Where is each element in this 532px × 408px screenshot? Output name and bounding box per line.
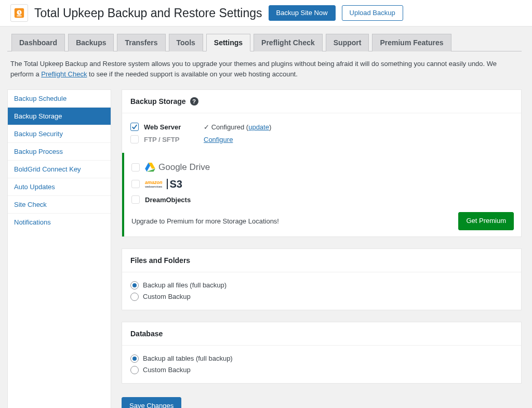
page-title: Total Upkeep Backup and Restore Settings bbox=[34, 6, 262, 20]
ftp-label: FTP / SFTP bbox=[144, 136, 198, 143]
backup-now-button[interactable]: Backup Site Now bbox=[269, 5, 336, 21]
sidebar-item-auto-updates[interactable]: Auto Updates bbox=[8, 178, 111, 196]
s3-checkbox bbox=[131, 180, 140, 188]
dreamobjects-checkbox bbox=[131, 195, 140, 204]
sidebar-item-notifications[interactable]: Notifications bbox=[8, 214, 111, 231]
tab-preflight[interactable]: Preflight Check bbox=[254, 34, 323, 51]
tab-backups[interactable]: Backups bbox=[68, 34, 114, 51]
database-card: Database Backup all tables (full backup)… bbox=[122, 322, 522, 384]
storage-row-ftp: FTP / SFTP Configure bbox=[130, 133, 513, 146]
preflight-link[interactable]: Preflight Check bbox=[41, 70, 87, 78]
tab-support[interactable]: Support bbox=[326, 34, 369, 51]
save-changes-button[interactable]: Save Changes bbox=[122, 397, 181, 408]
sidebar-item-backup-schedule[interactable]: Backup Schedule bbox=[8, 90, 111, 108]
nav-tabs: Dashboard Backups Transfers Tools Settin… bbox=[7, 34, 522, 51]
db-option-full[interactable]: Backup all tables (full backup) bbox=[130, 353, 513, 364]
premium-row-gdrive: Google Drive bbox=[131, 159, 514, 176]
files-option-full[interactable]: Backup all files (full backup) bbox=[130, 280, 513, 291]
files-folders-card: Files and Folders Backup all files (full… bbox=[122, 248, 522, 310]
premium-block: Google Drive amazonwebservices S3 bbox=[122, 153, 521, 236]
google-drive-logo: Google Drive bbox=[145, 162, 210, 173]
gdrive-checkbox bbox=[131, 163, 140, 172]
database-heading: Database bbox=[130, 330, 163, 338]
web-server-update-link[interactable]: update bbox=[248, 123, 269, 131]
settings-sidebar: Backup Schedule Backup Storage Backup Se… bbox=[7, 89, 111, 408]
upload-backup-button[interactable]: Upload Backup bbox=[342, 5, 403, 21]
sidebar-item-connect-key[interactable]: BoldGrid Connect Key bbox=[8, 161, 111, 178]
tab-tools[interactable]: Tools bbox=[169, 34, 203, 51]
db-radio-custom[interactable] bbox=[130, 366, 139, 374]
backup-storage-card: Backup Storage ? Web Server Configured (… bbox=[122, 89, 522, 237]
db-radio-full[interactable] bbox=[130, 354, 139, 363]
files-radio-full[interactable] bbox=[130, 281, 139, 289]
web-server-checkbox[interactable] bbox=[130, 123, 139, 131]
ftp-configure-link[interactable]: Configure bbox=[204, 136, 233, 143]
storage-row-web-server: Web Server Configured (update) bbox=[130, 121, 513, 133]
sidebar-item-backup-storage[interactable]: Backup Storage bbox=[8, 108, 111, 125]
intro-after: to see if the needed support is availabl… bbox=[87, 70, 297, 78]
gdrive-icon bbox=[145, 163, 155, 172]
ftp-checkbox[interactable] bbox=[130, 135, 139, 143]
db-option-custom[interactable]: Custom Backup bbox=[130, 364, 513, 376]
dreamobjects-label: DreamObjects bbox=[145, 196, 191, 204]
tab-dashboard[interactable]: Dashboard bbox=[11, 34, 65, 51]
intro-text: The Total Upkeep Backup and Restore syst… bbox=[7, 59, 522, 89]
files-heading: Files and Folders bbox=[130, 256, 190, 265]
premium-row-s3: amazonwebservices S3 bbox=[131, 176, 514, 192]
backup-storage-heading: Backup Storage bbox=[130, 97, 186, 106]
plugin-icon bbox=[10, 4, 28, 22]
files-radio-custom[interactable] bbox=[130, 293, 139, 301]
sidebar-item-site-check[interactable]: Site Check bbox=[8, 196, 111, 214]
tab-settings[interactable]: Settings bbox=[206, 34, 250, 51]
svg-rect-2 bbox=[17, 16, 21, 17]
get-premium-button[interactable]: Get Premium bbox=[458, 212, 514, 230]
amazon-s3-logo: amazonwebservices S3 bbox=[145, 179, 182, 189]
header-bar: Total Upkeep Backup and Restore Settings… bbox=[0, 0, 532, 27]
tab-premium[interactable]: Premium Features bbox=[372, 34, 451, 51]
web-server-status: Configured (update) bbox=[204, 123, 271, 131]
premium-message: Upgrade to Premium for more Storage Loca… bbox=[131, 217, 279, 225]
sidebar-item-backup-security[interactable]: Backup Security bbox=[8, 125, 111, 143]
premium-row-dreamobjects: DreamObjects bbox=[131, 192, 514, 207]
files-option-custom[interactable]: Custom Backup bbox=[130, 291, 513, 302]
tab-transfers[interactable]: Transfers bbox=[117, 34, 165, 51]
web-server-label: Web Server bbox=[144, 123, 198, 131]
sidebar-item-backup-process[interactable]: Backup Process bbox=[8, 143, 111, 161]
help-icon[interactable]: ? bbox=[190, 97, 198, 106]
